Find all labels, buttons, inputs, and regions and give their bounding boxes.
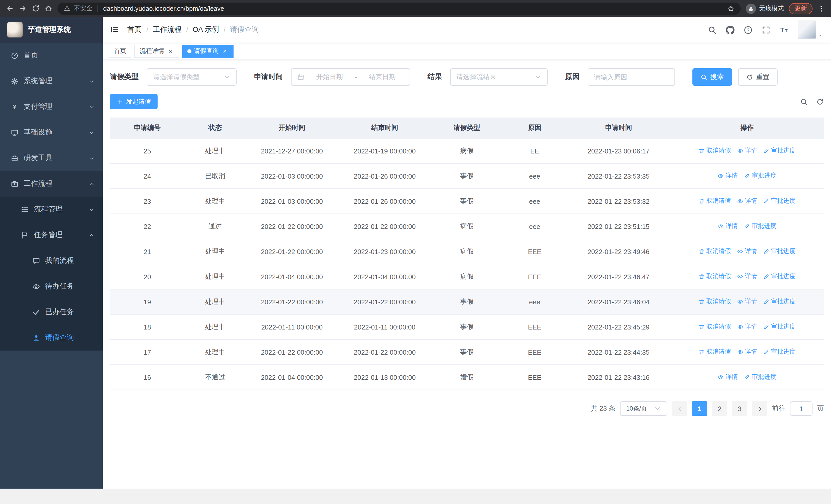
page-button-1[interactable]: 1: [692, 402, 707, 416]
create-leave-button[interactable]: 发起请假: [110, 94, 157, 109]
page-size-select[interactable]: 10条/页: [620, 402, 667, 416]
home-icon[interactable]: [45, 5, 52, 12]
app-logo[interactable]: 芋道管理系统: [0, 17, 103, 42]
filter-result: 结果 请选择流结果: [428, 68, 548, 86]
forward-icon[interactable]: [19, 5, 27, 12]
user-menu[interactable]: [798, 21, 823, 39]
github-icon[interactable]: [726, 25, 735, 34]
refresh-table-icon[interactable]: [816, 98, 824, 106]
sidebar-item-todo-task[interactable]: 待办任务: [0, 273, 103, 299]
yen-icon: ¥: [10, 103, 19, 111]
reason-input[interactable]: [588, 68, 675, 86]
sidebar-item-system[interactable]: 系统管理: [0, 68, 103, 94]
table-row[interactable]: 19处理中2022-01-22 00:00:002022-01-22 00:00…: [110, 289, 824, 314]
detail-link[interactable]: 详情: [737, 272, 757, 281]
detail-link[interactable]: 详情: [737, 247, 757, 256]
cancel-leave-link[interactable]: 取消请假: [698, 297, 731, 306]
sidebar-item-payment[interactable]: ¥支付管理: [0, 94, 103, 120]
cell-start-time: 2022-01-22 00:00:00: [246, 239, 339, 264]
flag-icon: [21, 231, 29, 239]
cancel-leave-link[interactable]: 取消请假: [698, 247, 731, 256]
result-select[interactable]: 请选择流结果: [450, 68, 548, 86]
cancel-leave-link[interactable]: 取消请假: [698, 323, 731, 331]
approval-progress-link[interactable]: 审批进度: [763, 348, 796, 356]
table-row[interactable]: 23处理中2022-01-03 00:00:002022-01-26 00:00…: [110, 188, 824, 214]
sidebar-item-task-manage[interactable]: 任务管理: [0, 222, 103, 248]
cancel-leave-link[interactable]: 取消请假: [698, 197, 731, 206]
approval-progress-link[interactable]: 审批进度: [763, 197, 796, 206]
sidebar-item-infrastructure[interactable]: 基础设施: [0, 120, 103, 145]
browser-menu-icon[interactable]: [818, 5, 825, 12]
approval-progress-link[interactable]: 审批进度: [763, 147, 796, 155]
approval-progress-link[interactable]: 审批进度: [763, 272, 796, 281]
apply-time-range-picker[interactable]: 开始日期 - 结束日期: [291, 68, 410, 86]
help-icon[interactable]: ?: [744, 25, 752, 34]
column-header: 申请编号: [110, 118, 185, 138]
next-page-button[interactable]: [752, 402, 767, 416]
cell-apply-id: 22: [110, 214, 185, 239]
tab-leave-query[interactable]: 请假查询×: [182, 45, 233, 58]
approval-progress-link[interactable]: 审批进度: [763, 323, 796, 331]
fullscreen-icon[interactable]: [762, 25, 770, 34]
reset-button-label: 重置: [756, 72, 769, 82]
detail-link[interactable]: 详情: [737, 297, 757, 306]
tab-label: 流程详情: [140, 47, 164, 55]
detail-link[interactable]: 详情: [718, 373, 738, 382]
detail-link[interactable]: 详情: [718, 172, 738, 180]
end-date-placeholder: 结束日期: [361, 72, 404, 82]
sidebar-item-workflow[interactable]: 工作流程: [0, 171, 103, 197]
detail-link[interactable]: 详情: [737, 147, 757, 155]
tab-home[interactable]: 首页: [109, 45, 132, 58]
close-icon[interactable]: ×: [167, 48, 174, 55]
cancel-leave-link[interactable]: 取消请假: [698, 272, 731, 281]
sidebar-toggle-icon[interactable]: [110, 25, 119, 34]
sidebar-item-devtools[interactable]: 研发工具: [0, 145, 103, 171]
breadcrumb-item[interactable]: OA 示例: [193, 25, 219, 34]
bookmark-star-icon[interactable]: [727, 5, 735, 12]
table-row[interactable]: 16不通过2022-01-04 00:00:002022-01-13 00:00…: [110, 365, 824, 390]
search-button[interactable]: 搜索: [692, 68, 732, 86]
table-row[interactable]: 21处理中2022-01-22 00:00:002022-01-23 00:00…: [110, 239, 824, 264]
breadcrumb-item[interactable]: 工作流程: [153, 25, 181, 34]
close-icon[interactable]: ×: [221, 48, 228, 55]
detail-link[interactable]: 详情: [737, 348, 757, 356]
sidebar-item-home[interactable]: 首页: [0, 42, 103, 68]
reload-icon[interactable]: [32, 5, 39, 12]
sidebar-item-my-process[interactable]: 我的流程: [0, 248, 103, 273]
reset-button[interactable]: 重置: [738, 68, 778, 86]
tab-process-detail[interactable]: 流程详情×: [135, 45, 179, 58]
approval-progress-link[interactable]: 审批进度: [744, 222, 776, 231]
back-icon[interactable]: [6, 5, 14, 12]
leave-type-select[interactable]: 请选择请假类型: [147, 68, 237, 86]
detail-link[interactable]: 详情: [737, 197, 757, 206]
detail-link[interactable]: 详情: [737, 323, 757, 331]
search-icon[interactable]: [708, 25, 717, 34]
cell-end-time: 2022-01-19 00:00:00: [338, 138, 431, 164]
page-button-2[interactable]: 2: [712, 402, 727, 416]
detail-link[interactable]: 详情: [718, 222, 738, 231]
approval-progress-link[interactable]: 审批进度: [744, 373, 776, 382]
table-row[interactable]: 17处理中2022-01-22 00:00:002022-01-22 00:00…: [110, 339, 824, 365]
approval-progress-link[interactable]: 审批进度: [744, 172, 776, 180]
table-row[interactable]: 18处理中2022-01-11 00:00:002022-01-11 00:00…: [110, 314, 824, 339]
font-size-icon[interactable]: TT: [780, 25, 789, 34]
sidebar-item-done-task[interactable]: 已办任务: [0, 299, 103, 325]
cancel-leave-link[interactable]: 取消请假: [698, 348, 731, 356]
approval-progress-link[interactable]: 审批进度: [763, 247, 796, 256]
breadcrumb-item[interactable]: 首页: [127, 25, 142, 34]
approval-progress-link[interactable]: 审批进度: [763, 297, 796, 306]
eye-icon: [737, 299, 743, 305]
sidebar-item-process-manage[interactable]: 流程管理: [0, 197, 103, 222]
sidebar-item-leave-query[interactable]: 请假查询: [0, 325, 103, 351]
page-button-3[interactable]: 3: [732, 402, 747, 416]
goto-page-input[interactable]: [790, 402, 812, 416]
cell-reason: EEE: [503, 264, 567, 289]
table-row[interactable]: 25处理中2021-12-27 00:00:002022-01-19 00:00…: [110, 138, 824, 164]
table-row[interactable]: 24已取消2022-01-03 00:00:002022-01-26 00:00…: [110, 164, 824, 188]
cancel-leave-link[interactable]: 取消请假: [698, 147, 731, 155]
table-row[interactable]: 20处理中2022-01-04 00:00:002022-01-04 00:00…: [110, 264, 824, 289]
table-row[interactable]: 22通过2022-01-22 00:00:002022-01-22 00:00:…: [110, 214, 824, 239]
update-button[interactable]: 更新: [789, 3, 812, 14]
hide-search-icon[interactable]: [800, 98, 808, 106]
url-bar[interactable]: 不安全 dashboard.yudao.iocoder.cn/bpm/oa/le…: [57, 2, 741, 14]
